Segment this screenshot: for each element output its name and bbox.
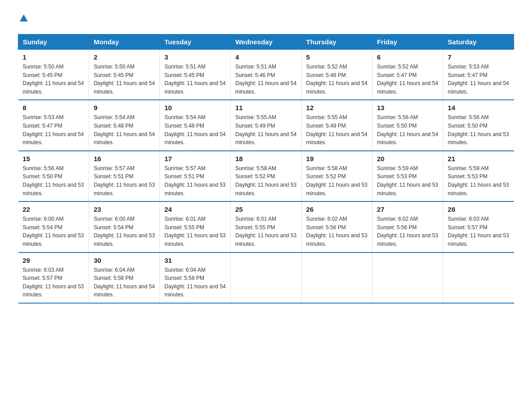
day-cell: 2 Sunrise: 5:50 AM Sunset: 5:45 PM Dayli…	[89, 50, 160, 100]
day-number: 26	[306, 206, 368, 213]
header-cell-thursday: Thursday	[301, 34, 372, 50]
day-info: Sunrise: 5:53 AM Sunset: 5:47 PM Dayligh…	[448, 63, 510, 96]
day-info: Sunrise: 5:56 AM Sunset: 5:50 PM Dayligh…	[23, 164, 85, 197]
day-info: Sunrise: 6:01 AM Sunset: 5:55 PM Dayligh…	[235, 215, 296, 248]
day-number: 18	[235, 155, 296, 163]
day-info: Sunrise: 5:59 AM Sunset: 5:53 PM Dayligh…	[448, 164, 510, 197]
day-cell	[301, 253, 372, 303]
day-number: 24	[164, 206, 226, 213]
day-number: 8	[23, 104, 85, 111]
day-info: Sunrise: 5:51 AM Sunset: 5:46 PM Dayligh…	[235, 63, 296, 96]
day-number: 19	[306, 155, 368, 163]
day-number: 27	[377, 206, 438, 213]
day-cell: 5 Sunrise: 5:52 AM Sunset: 5:46 PM Dayli…	[301, 50, 372, 100]
day-cell: 23 Sunrise: 6:00 AM Sunset: 5:54 PM Dayl…	[89, 201, 160, 252]
svg-marker-0	[20, 14, 28, 21]
day-cell: 7 Sunrise: 5:53 AM Sunset: 5:47 PM Dayli…	[443, 50, 514, 100]
day-info: Sunrise: 6:00 AM Sunset: 5:54 PM Dayligh…	[94, 215, 155, 248]
day-info: Sunrise: 5:52 AM Sunset: 5:46 PM Dayligh…	[306, 63, 368, 96]
day-cell: 16 Sunrise: 5:57 AM Sunset: 5:51 PM Dayl…	[89, 151, 160, 201]
day-number: 15	[23, 155, 85, 163]
day-cell: 31 Sunrise: 6:04 AM Sunset: 5:58 PM Dayl…	[160, 253, 231, 303]
day-number: 2	[94, 53, 155, 61]
day-cell: 4 Sunrise: 5:51 AM Sunset: 5:46 PM Dayli…	[231, 50, 301, 100]
day-cell: 10 Sunrise: 5:54 AM Sunset: 5:48 PM Dayl…	[160, 100, 231, 150]
day-info: Sunrise: 5:54 AM Sunset: 5:48 PM Dayligh…	[164, 113, 226, 146]
day-number: 31	[164, 257, 226, 264]
day-info: Sunrise: 5:58 AM Sunset: 5:52 PM Dayligh…	[235, 164, 296, 197]
day-cell: 11 Sunrise: 5:55 AM Sunset: 5:49 PM Dayl…	[231, 100, 301, 150]
day-number: 23	[94, 206, 155, 213]
day-info: Sunrise: 6:04 AM Sunset: 5:58 PM Dayligh…	[94, 266, 155, 299]
day-number: 11	[235, 104, 296, 111]
day-number: 22	[23, 206, 85, 213]
day-info: Sunrise: 5:50 AM Sunset: 5:45 PM Dayligh…	[23, 63, 85, 96]
day-number: 4	[235, 53, 296, 61]
day-cell	[372, 253, 443, 303]
day-info: Sunrise: 5:56 AM Sunset: 5:50 PM Dayligh…	[377, 113, 438, 146]
day-number: 29	[23, 257, 85, 264]
header-cell-tuesday: Tuesday	[160, 34, 231, 50]
day-cell: 9 Sunrise: 5:54 AM Sunset: 5:48 PM Dayli…	[89, 100, 160, 150]
day-number: 7	[448, 53, 510, 61]
day-cell: 28 Sunrise: 6:03 AM Sunset: 5:57 PM Dayl…	[443, 201, 514, 252]
day-number: 6	[377, 53, 438, 61]
day-number: 3	[164, 53, 226, 61]
day-cell: 6 Sunrise: 5:52 AM Sunset: 5:47 PM Dayli…	[372, 50, 443, 100]
day-number: 20	[377, 155, 438, 163]
day-number: 5	[306, 53, 368, 61]
day-info: Sunrise: 5:55 AM Sunset: 5:49 PM Dayligh…	[235, 113, 296, 146]
day-info: Sunrise: 5:58 AM Sunset: 5:52 PM Dayligh…	[306, 164, 368, 197]
day-info: Sunrise: 5:55 AM Sunset: 5:49 PM Dayligh…	[306, 113, 368, 146]
day-cell	[443, 253, 514, 303]
calendar-table: SundayMondayTuesdayWednesdayThursdayFrid…	[18, 34, 514, 304]
day-info: Sunrise: 5:59 AM Sunset: 5:53 PM Dayligh…	[377, 164, 438, 197]
day-number: 13	[377, 104, 438, 111]
day-cell: 3 Sunrise: 5:51 AM Sunset: 5:45 PM Dayli…	[160, 50, 231, 100]
day-info: Sunrise: 6:04 AM Sunset: 5:58 PM Dayligh…	[164, 266, 226, 299]
day-number: 12	[306, 104, 368, 111]
day-cell	[231, 253, 301, 303]
header-cell-saturday: Saturday	[443, 34, 514, 50]
day-info: Sunrise: 6:02 AM Sunset: 5:56 PM Dayligh…	[306, 215, 368, 248]
day-info: Sunrise: 5:57 AM Sunset: 5:51 PM Dayligh…	[164, 164, 226, 197]
day-cell: 19 Sunrise: 5:58 AM Sunset: 5:52 PM Dayl…	[301, 151, 372, 201]
day-cell: 17 Sunrise: 5:57 AM Sunset: 5:51 PM Dayl…	[160, 151, 231, 201]
logo-triangle-icon	[19, 13, 29, 23]
day-number: 14	[448, 104, 510, 111]
day-number: 17	[164, 155, 226, 163]
week-row-3: 15 Sunrise: 5:56 AM Sunset: 5:50 PM Dayl…	[18, 151, 514, 201]
week-row-5: 29 Sunrise: 6:03 AM Sunset: 5:57 PM Dayl…	[18, 253, 514, 303]
day-number: 28	[448, 206, 510, 213]
week-row-4: 22 Sunrise: 6:00 AM Sunset: 5:54 PM Dayl…	[18, 201, 514, 252]
day-cell: 24 Sunrise: 6:01 AM Sunset: 5:55 PM Dayl…	[160, 201, 231, 252]
day-cell: 1 Sunrise: 5:50 AM Sunset: 5:45 PM Dayli…	[18, 50, 89, 100]
day-cell: 13 Sunrise: 5:56 AM Sunset: 5:50 PM Dayl…	[372, 100, 443, 150]
day-info: Sunrise: 5:57 AM Sunset: 5:51 PM Dayligh…	[94, 164, 155, 197]
day-info: Sunrise: 5:50 AM Sunset: 5:45 PM Dayligh…	[94, 63, 155, 96]
day-info: Sunrise: 6:03 AM Sunset: 5:57 PM Dayligh…	[448, 215, 510, 248]
day-number: 16	[94, 155, 155, 163]
header-cell-friday: Friday	[372, 34, 443, 50]
header-cell-sunday: Sunday	[18, 34, 89, 50]
header-row: SundayMondayTuesdayWednesdayThursdayFrid…	[18, 34, 514, 50]
day-info: Sunrise: 6:03 AM Sunset: 5:57 PM Dayligh…	[23, 266, 85, 299]
day-number: 9	[94, 104, 155, 111]
day-cell: 14 Sunrise: 5:56 AM Sunset: 5:50 PM Dayl…	[443, 100, 514, 150]
week-row-2: 8 Sunrise: 5:53 AM Sunset: 5:47 PM Dayli…	[18, 100, 514, 150]
day-cell: 29 Sunrise: 6:03 AM Sunset: 5:57 PM Dayl…	[18, 253, 89, 303]
day-cell: 30 Sunrise: 6:04 AM Sunset: 5:58 PM Dayl…	[89, 253, 160, 303]
header-cell-wednesday: Wednesday	[231, 34, 301, 50]
day-info: Sunrise: 5:51 AM Sunset: 5:45 PM Dayligh…	[164, 63, 226, 96]
day-info: Sunrise: 6:01 AM Sunset: 5:55 PM Dayligh…	[164, 215, 226, 248]
day-cell: 8 Sunrise: 5:53 AM Sunset: 5:47 PM Dayli…	[18, 100, 89, 150]
day-info: Sunrise: 5:53 AM Sunset: 5:47 PM Dayligh…	[23, 113, 85, 146]
day-cell: 22 Sunrise: 6:00 AM Sunset: 5:54 PM Dayl…	[18, 201, 89, 252]
week-row-1: 1 Sunrise: 5:50 AM Sunset: 5:45 PM Dayli…	[18, 50, 514, 100]
day-cell: 18 Sunrise: 5:58 AM Sunset: 5:52 PM Dayl…	[231, 151, 301, 201]
day-cell: 27 Sunrise: 6:02 AM Sunset: 5:56 PM Dayl…	[372, 201, 443, 252]
day-cell: 25 Sunrise: 6:01 AM Sunset: 5:55 PM Dayl…	[231, 201, 301, 252]
day-info: Sunrise: 5:52 AM Sunset: 5:47 PM Dayligh…	[377, 63, 438, 96]
day-cell: 21 Sunrise: 5:59 AM Sunset: 5:53 PM Dayl…	[443, 151, 514, 201]
day-cell: 20 Sunrise: 5:59 AM Sunset: 5:53 PM Dayl…	[372, 151, 443, 201]
